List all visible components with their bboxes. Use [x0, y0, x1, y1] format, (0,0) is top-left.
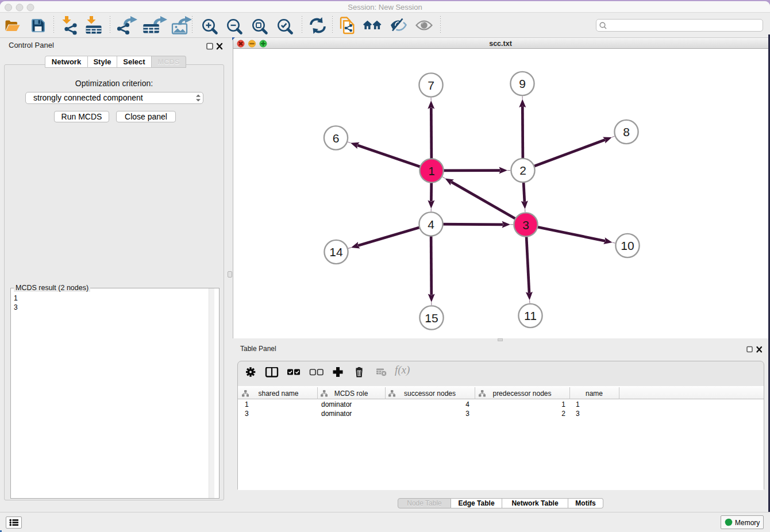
- svg-text:3: 3: [522, 218, 529, 232]
- svg-text:7: 7: [428, 79, 434, 92]
- svg-text:8: 8: [623, 125, 630, 138]
- svg-text:1: 1: [428, 164, 435, 178]
- svg-text:6: 6: [333, 132, 340, 145]
- svg-text:15: 15: [425, 311, 438, 325]
- svg-text:2: 2: [519, 164, 526, 177]
- svg-text:4: 4: [428, 218, 434, 231]
- svg-text:14: 14: [329, 245, 343, 259]
- svg-text:10: 10: [621, 239, 634, 252]
- svg-text:9: 9: [519, 77, 526, 90]
- svg-text:11: 11: [524, 309, 537, 322]
